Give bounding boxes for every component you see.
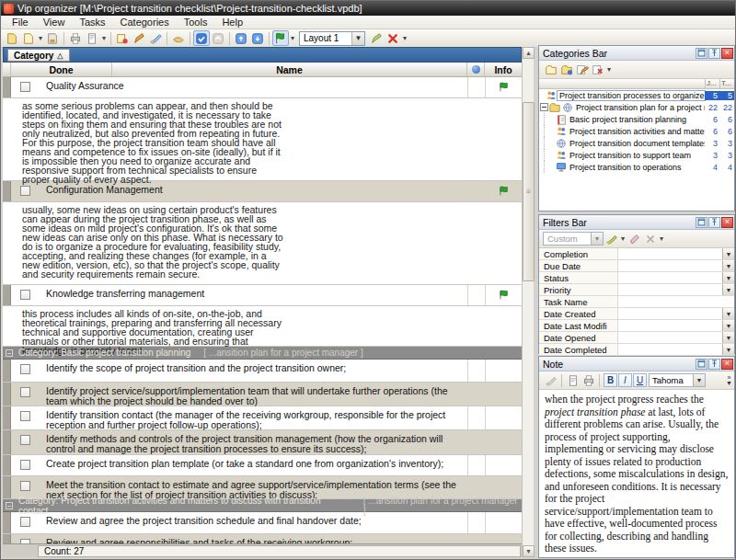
chevron-down-icon[interactable]: ▼ (722, 308, 734, 319)
menu-help[interactable]: Help (214, 16, 250, 29)
filter-value[interactable] (618, 296, 734, 307)
task-checkbox[interactable] (20, 481, 30, 491)
add-task-icon[interactable] (114, 30, 131, 46)
float-panel-icon[interactable] (696, 359, 707, 370)
tree-item[interactable]: Project transition to operations 4 4 (539, 161, 734, 173)
scroll-up-icon[interactable]: ▲ (523, 47, 535, 59)
note-text[interactable]: when the project progress reaches the pr… (539, 390, 734, 559)
pin-panel-icon[interactable] (708, 359, 720, 370)
duplicate-task-icon[interactable] (147, 30, 164, 46)
filter-value[interactable] (618, 320, 722, 331)
menu-view[interactable]: View (36, 16, 73, 29)
mark-incomplete-icon[interactable] (210, 30, 226, 46)
filter-row[interactable]: Due Date▼ (539, 260, 734, 272)
collapse-icon[interactable] (540, 103, 548, 111)
scroll-down-icon[interactable]: ▼ (523, 545, 535, 557)
task-checkbox[interactable] (20, 517, 30, 527)
task-checkbox[interactable] (20, 364, 30, 374)
save-filter-dropdown-icon[interactable]: ▾ (619, 234, 627, 243)
menu-tasks[interactable]: Tasks (72, 16, 112, 29)
filter-value[interactable] (618, 260, 722, 271)
task-row[interactable]: Create project transition plan template … (3, 455, 522, 476)
toolbar-options-icon[interactable]: ▼ (726, 381, 732, 386)
task-checkbox[interactable] (20, 186, 30, 196)
categories-toolbar-dropdown-icon[interactable]: ▾ (605, 65, 613, 74)
task-checkbox[interactable] (20, 411, 30, 421)
new-task-icon[interactable] (20, 30, 37, 46)
chevron-down-icon[interactable]: ▼ (722, 332, 734, 343)
print-note-icon[interactable] (581, 372, 596, 388)
float-panel-icon[interactable] (696, 217, 707, 228)
chevron-down-icon[interactable]: ▼ (722, 320, 734, 331)
filter-preset-select[interactable]: Custom ▼ (543, 232, 604, 246)
chevron-down-icon[interactable]: ▼ (722, 284, 734, 295)
filter-value[interactable] (618, 272, 722, 283)
chevron-down-icon[interactable]: ▼ (722, 272, 734, 283)
task-row[interactable]: Review and agree the project transition … (3, 512, 522, 534)
filters-toolbar-dropdown-icon[interactable]: ▾ (658, 234, 665, 243)
move-up-icon[interactable] (233, 30, 249, 46)
share-icon[interactable] (170, 30, 187, 46)
layout-dropdown-icon[interactable]: ▼ (351, 32, 364, 45)
flag-icon[interactable] (272, 30, 289, 46)
title-bar[interactable]: Vip organizer [M:\Project transition che… (1, 1, 736, 16)
move-down-icon[interactable] (249, 30, 266, 46)
task-checkbox[interactable] (20, 290, 30, 300)
chevron-down-icon[interactable]: ▼ (722, 344, 734, 355)
print-dropdown-icon[interactable]: ▾ (100, 34, 108, 42)
close-panel-icon[interactable]: × (721, 217, 733, 228)
chevron-down-icon[interactable]: ▼ (722, 260, 734, 271)
tree-item[interactable]: Project transition processes to organize… (539, 89, 734, 101)
tree-item[interactable]: Project transition plan for a project ma… (539, 101, 734, 113)
column-header-name[interactable]: Name (112, 63, 467, 76)
task-row[interactable]: Identify project service/support/impleme… (3, 383, 522, 406)
menu-tools[interactable]: Tools (177, 16, 215, 29)
pin-panel-icon[interactable] (708, 217, 720, 228)
save-filter-icon[interactable] (604, 231, 619, 246)
new-database-icon[interactable] (4, 30, 20, 46)
note-header[interactable]: Note × (539, 357, 734, 371)
delete-category-icon[interactable] (590, 62, 605, 77)
tree-item[interactable]: Basic project transition planning 6 6 (539, 113, 734, 125)
filter-row[interactable]: Task Name (539, 296, 734, 308)
tree-item[interactable]: Project transition document templates 3 … (539, 137, 734, 149)
note-flag-icon[interactable] (498, 80, 511, 97)
filter-value[interactable] (618, 284, 722, 295)
column-header-info[interactable]: Info (485, 63, 522, 76)
filter-row[interactable]: Date Completed▼ (539, 344, 734, 356)
column-header-priority[interactable] (467, 63, 485, 76)
category-group-header[interactable]: Category: Project transition activities … (3, 499, 522, 512)
edit-category-icon[interactable] (574, 62, 590, 77)
collapse-icon[interactable] (6, 502, 13, 509)
underline-button[interactable]: U (633, 373, 647, 387)
clear-filter-icon[interactable] (627, 231, 642, 246)
font-dropdown-icon[interactable]: ▼ (693, 374, 705, 386)
filter-row[interactable]: Priority▼ (539, 284, 734, 296)
save-note-icon[interactable] (543, 372, 558, 388)
filter-row[interactable]: Date Last Modifi▼ (539, 320, 734, 332)
edit-layout-icon[interactable] (368, 30, 385, 46)
edit-task-icon[interactable] (131, 30, 147, 46)
pin-panel-icon[interactable] (708, 48, 720, 59)
task-row[interactable]: Identify transition contact (the manager… (3, 406, 522, 430)
vertical-scrollbar[interactable]: ▲ ≡ ▼ (522, 47, 534, 557)
menu-file[interactable]: File (5, 16, 36, 29)
task-row[interactable]: Identify the scope of project transition… (3, 360, 522, 383)
note-flag-icon[interactable] (498, 288, 511, 305)
italic-button[interactable]: I (618, 373, 632, 387)
tree-item[interactable]: Project transition to support team 3 3 (539, 149, 734, 161)
filter-value[interactable] (618, 344, 722, 355)
filter-value[interactable] (618, 308, 722, 319)
task-checkbox[interactable] (20, 82, 30, 92)
task-checkbox[interactable] (20, 435, 30, 445)
column-header-done[interactable]: Done (11, 63, 112, 76)
remove-filter-icon[interactable] (642, 231, 658, 246)
filter-row[interactable]: Date Created▼ (539, 308, 734, 320)
close-panel-icon[interactable]: × (721, 359, 733, 370)
filter-row[interactable]: Date Opened▼ (539, 332, 734, 344)
filters-bar-header[interactable]: Filters Bar × (539, 215, 734, 230)
task-checkbox[interactable] (20, 460, 30, 470)
flag-dropdown-icon[interactable]: ▾ (289, 34, 296, 42)
scrollbar-thumb[interactable]: ≡ (523, 102, 535, 281)
layout-more-dropdown-icon[interactable]: ▾ (401, 34, 408, 42)
